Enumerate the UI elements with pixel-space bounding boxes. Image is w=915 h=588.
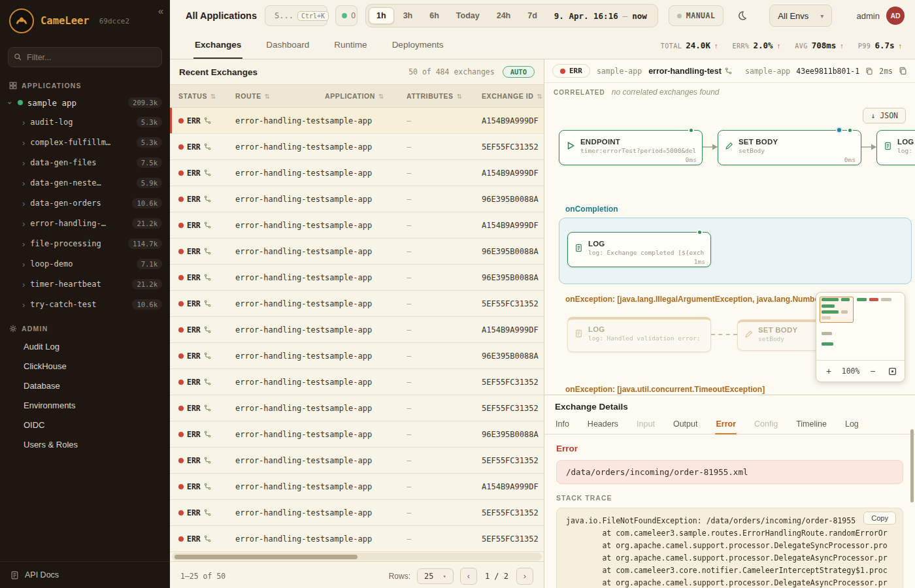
rows-per-page-select[interactable]: 25 ▾ <box>417 568 454 584</box>
nav-tab[interactable]: Runtime <box>333 31 368 59</box>
sidebar-admin-item[interactable]: ClickHouse <box>0 356 170 376</box>
global-search-input[interactable]: S... Ctrl+K <box>265 5 327 26</box>
column-header[interactable]: ROUTE <box>235 92 325 100</box>
detail-application: sample-app <box>597 67 642 76</box>
detail-tab[interactable]: Config <box>754 416 778 434</box>
exchange-row[interactable]: ERR error-handling-test sample-app — A15… <box>170 317 544 343</box>
sidebar-route-item[interactable]: loop-demo 7.1k <box>0 253 170 274</box>
date-range[interactable]: 9. Apr. 16:16 — now <box>554 11 647 21</box>
sidebar-route-item[interactable]: error-handling-… 21.2k <box>0 213 170 233</box>
copy-icon[interactable] <box>865 67 873 75</box>
sidebar-admin-item[interactable]: Users & Roles <box>0 434 170 454</box>
auto-refresh-badge[interactable]: AUTO <box>503 66 535 78</box>
minimap-view[interactable] <box>816 293 905 361</box>
column-header[interactable]: STATUS <box>178 92 235 100</box>
exchange-row[interactable]: ERR error-handling-test sample-app — 5EF… <box>170 369 544 395</box>
time-range-button[interactable]: 7d <box>520 7 545 24</box>
route-diagram[interactable]: ↓ JSON ENDPOINT timer:errorTest?period=5… <box>544 101 915 395</box>
copy-button[interactable]: Copy <box>863 512 896 525</box>
avatar[interactable]: AD <box>886 7 905 25</box>
sidebar-admin-item[interactable]: Environments <box>0 395 170 415</box>
time-range-button[interactable]: 6h <box>422 7 447 24</box>
sidebar-route-item[interactable]: complex-fulfillm… 5.3k <box>0 132 170 152</box>
errors-only-toggle[interactable]: O <box>335 5 358 26</box>
sidebar-route-item[interactable]: data-gen-files 7.5k <box>0 152 170 172</box>
sidebar-route-item[interactable]: timer-heartbeat 21.2k <box>0 274 170 294</box>
chevron-right-icon <box>22 278 25 290</box>
environment-select[interactable]: All Envs ▾ <box>769 5 832 27</box>
filter-input[interactable] <box>8 47 162 67</box>
sidebar-route-item[interactable]: audit-log 5.3k <box>0 112 170 132</box>
diagram-node-oncompletion-log[interactable]: LOG log: Exchange completed [${exchan 1m… <box>567 232 711 267</box>
error-status-dot <box>178 327 184 333</box>
exchange-row[interactable]: ERR error-handling-test sample-app — 5EF… <box>170 395 544 421</box>
route-fork-icon <box>204 274 211 281</box>
exchange-row[interactable]: ERR error-handling-test sample-app — A15… <box>170 160 544 186</box>
exchange-row[interactable]: ERR error-handling-test sample-app — 96E… <box>170 186 544 212</box>
exchange-row[interactable]: ERR error-handling-test sample-app — 96E… <box>170 421 544 448</box>
sidebar-route-item[interactable]: data-gen-neste… 5.9k <box>0 172 170 193</box>
sidebar-app-sample-app[interactable]: sample app 209.3k <box>0 93 170 112</box>
time-range-button[interactable]: 24h <box>489 7 519 24</box>
detail-tab[interactable]: Log <box>844 416 859 434</box>
status-badge: ERR <box>552 64 590 78</box>
exchange-row[interactable]: ERR error-handling-test sample-app — 96E… <box>170 238 544 265</box>
exchange-id-cell: 5EF55FC31352 <box>482 508 544 517</box>
exchange-row[interactable]: ERR error-handling-test sample-app — 5EF… <box>170 500 544 526</box>
exchange-row[interactable]: ERR error-handling-test sample-app — 96E… <box>170 343 544 369</box>
dark-mode-toggle[interactable] <box>731 5 752 26</box>
nav-tab[interactable]: Deployments <box>391 31 445 59</box>
api-docs-link[interactable]: API Docs <box>0 561 170 588</box>
diagram-node-log[interactable]: LOG log: Sta <box>876 130 915 165</box>
copy-icon[interactable] <box>899 67 907 75</box>
column-header[interactable]: ATTRIBUTES <box>407 92 482 100</box>
time-range-button[interactable]: 3h <box>395 7 421 24</box>
time-range-button[interactable]: Today <box>448 7 488 24</box>
column-header[interactable]: APPLICATION <box>325 92 407 100</box>
download-json-button[interactable]: ↓ JSON <box>863 108 906 123</box>
scrollbar-thumb[interactable] <box>175 555 358 559</box>
prev-page-button[interactable]: ‹ <box>460 568 477 585</box>
exchange-row[interactable]: ERR error-handling-test sample-app — 96E… <box>170 265 544 291</box>
time-range-button[interactable]: 1h <box>369 7 394 24</box>
correlated-text: no correlated exchanges found <box>612 88 720 97</box>
app-logo-text: CameLeer <box>41 15 90 27</box>
horizontal-scrollbar[interactable] <box>172 553 542 561</box>
nav-tab[interactable]: Dashboard <box>265 31 310 59</box>
exchange-row[interactable]: ERR error-handling-test sample-app — 5EF… <box>170 526 544 552</box>
detail-route[interactable]: error-handling-test <box>648 67 732 76</box>
detail-tab[interactable]: Timeline <box>795 416 827 434</box>
exchange-row[interactable]: ERR error-handling-test sample-app — 5EF… <box>170 448 544 474</box>
detail-tab[interactable]: Error <box>715 416 737 434</box>
exchange-row[interactable]: ERR error-handling-test sample-app — A15… <box>170 108 544 134</box>
diagram-node-exception-log[interactable]: LOG log: Handled validation error: ${exc… <box>567 317 711 352</box>
diagram-node-endpoint[interactable]: ENDPOINT timer:errorTest?period=5000&del… <box>559 130 703 165</box>
sidebar-collapse-button[interactable]: « <box>158 5 163 16</box>
sidebar-route-item[interactable]: try-catch-test 10.6k <box>0 294 170 314</box>
zoom-out-button[interactable]: − <box>866 365 879 378</box>
detail-tab[interactable]: Info <box>555 416 570 434</box>
vertical-scrollbar-thumb[interactable] <box>910 429 914 502</box>
exchange-row[interactable]: ERR error-handling-test sample-app — 5EF… <box>170 134 544 160</box>
detail-tab[interactable]: Headers <box>587 416 619 434</box>
exchange-row[interactable]: ERR error-handling-test sample-app — A15… <box>170 474 544 500</box>
refresh-mode-button[interactable]: MANUAL <box>669 5 724 26</box>
exchange-row[interactable]: ERR error-handling-test sample-app — 5EF… <box>170 291 544 317</box>
exchange-row[interactable]: ERR error-handling-test sample-app — A15… <box>170 212 544 238</box>
zoom-in-button[interactable]: + <box>822 365 835 378</box>
diagram-node-setbody[interactable]: SET BODY setBody 0ms <box>718 130 861 165</box>
next-page-button[interactable]: › <box>516 568 533 585</box>
diagram-minimap[interactable]: + 100% − <box>816 292 905 382</box>
sidebar-admin-item[interactable]: Database <box>0 376 170 395</box>
sort-icon <box>210 92 216 100</box>
status-cell: ERR <box>178 247 235 256</box>
detail-tab[interactable]: Input <box>636 416 656 434</box>
detail-tab[interactable]: Output <box>673 416 699 434</box>
sidebar-route-item[interactable]: file-processing 114.7k <box>0 233 170 253</box>
nav-tab[interactable]: Exchanges <box>193 31 242 59</box>
sidebar-admin-item[interactable]: Audit Log <box>0 336 170 356</box>
fit-view-button[interactable] <box>886 365 899 378</box>
column-header[interactable]: EXCHANGE ID <box>482 92 544 100</box>
sidebar-route-item[interactable]: data-gen-orders 10.6k <box>0 193 170 213</box>
sidebar-admin-item[interactable]: OIDC <box>0 415 170 434</box>
